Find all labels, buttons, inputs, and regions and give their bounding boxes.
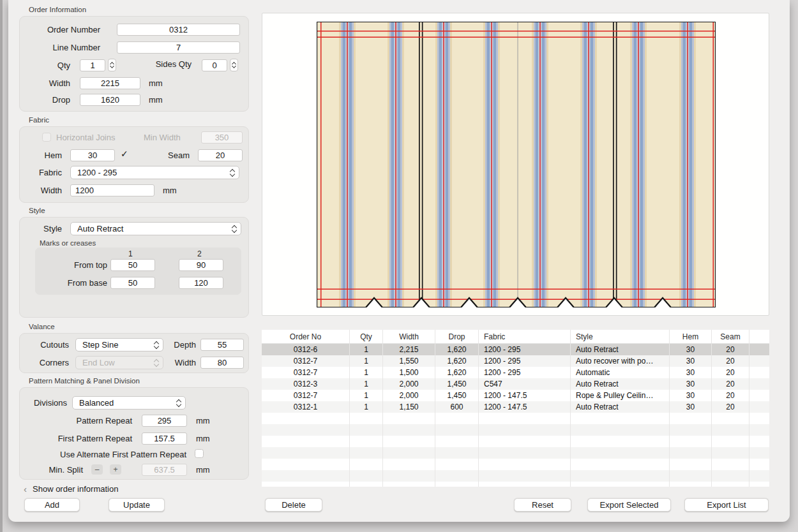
drop-label: Drop <box>26 94 70 106</box>
table-cell <box>383 482 435 487</box>
pattern-repeat-field[interactable]: 295 <box>142 415 187 427</box>
drop-field[interactable]: 1620 <box>80 94 140 106</box>
sides-qty-stepper[interactable] <box>230 59 238 71</box>
table-header-row: Order NoQtyWidthDropFabricStyleHemSeam <box>262 330 769 344</box>
table-cell <box>350 447 383 459</box>
table-cell <box>749 413 769 424</box>
style-select-value: Auto Retract <box>77 224 123 233</box>
sides-qty-label: Sides Qty <box>128 58 192 70</box>
first-pattern-repeat-field[interactable]: 157.5 <box>142 432 187 445</box>
table-row[interactable]: 0312-612,2151,6201200 - 295Auto Retract3… <box>262 344 769 355</box>
table-cell: 1,450 <box>435 390 479 401</box>
table-cell: 0312-1 <box>262 401 350 413</box>
table-cell <box>749 470 769 482</box>
qty-field[interactable]: 1 <box>80 59 105 71</box>
reset-button[interactable]: Reset <box>514 498 571 512</box>
divisions-select[interactable]: Balanced <box>72 396 186 410</box>
table-cell <box>749 482 769 487</box>
from-top-2-field[interactable]: 90 <box>179 259 223 271</box>
table-header-cell[interactable]: Order No <box>262 330 350 343</box>
table-row[interactable]: 0312-312,0001,450C547Auto Retract3020 <box>262 378 769 390</box>
table-cell: 1200 - 295 <box>479 355 571 367</box>
depth-field[interactable]: 55 <box>200 339 244 351</box>
table-cell: Auto Retract <box>571 344 670 355</box>
table-empty-row <box>262 482 769 487</box>
min-width-field[interactable]: 350 <box>201 131 243 144</box>
from-base-2-field[interactable]: 120 <box>179 277 223 289</box>
line-number-field[interactable]: 7 <box>117 41 240 54</box>
table-cell: C547 <box>479 378 571 390</box>
table-cell: 1 <box>350 344 383 355</box>
table-header-cell[interactable]: Qty <box>350 330 383 343</box>
table-header-cell[interactable]: Drop <box>435 330 479 343</box>
order-number-field[interactable]: 0312 <box>117 24 240 36</box>
delete-button[interactable]: Delete <box>265 498 322 512</box>
export-list-button[interactable]: Export List <box>684 498 769 512</box>
table-row[interactable]: 0312-111,1506001200 - 147.5Auto Retract3… <box>262 401 769 413</box>
table-cell <box>435 459 479 470</box>
corners-select[interactable]: End Low <box>75 356 163 369</box>
min-split-field[interactable]: 637.5 <box>142 464 187 476</box>
corners-select-value: End Low <box>82 358 115 367</box>
width-label: Width <box>26 77 70 89</box>
table-cell: 1,620 <box>435 367 479 378</box>
chevron-up-down-icon <box>230 170 234 176</box>
chevron-up-down-icon <box>177 400 181 406</box>
from-top-1-field[interactable]: 50 <box>110 259 155 271</box>
table-cell <box>350 459 383 470</box>
sides-qty-field[interactable]: 0 <box>202 59 227 71</box>
min-split-decrement-button[interactable]: – <box>91 464 103 475</box>
table-header-cell[interactable]: Seam <box>712 330 749 343</box>
table-header-cell[interactable] <box>749 330 769 343</box>
valance-width-field[interactable]: 80 <box>200 357 244 369</box>
table-cell: 1,500 <box>383 367 435 378</box>
table-cell: 0312-7 <box>262 367 350 378</box>
export-selected-button[interactable]: Export Selected <box>587 498 671 512</box>
table-row[interactable]: 0312-712,0001,4501200 - 147.5Rope & Pull… <box>262 390 769 401</box>
fabric-width-label: Width <box>26 184 62 196</box>
valance-width-label: Width <box>156 357 196 369</box>
table-cell <box>749 447 769 459</box>
table-header-cell[interactable]: Width <box>383 330 435 343</box>
table-cell <box>262 413 350 424</box>
section-label-fabric: Fabric <box>29 116 49 124</box>
table-cell: Rope & Pulley Ceilin… <box>571 390 670 401</box>
table-empty-row <box>262 459 769 470</box>
table-cell <box>670 413 712 424</box>
table-header-cell[interactable]: Hem <box>670 330 712 343</box>
add-button[interactable]: Add <box>24 498 80 512</box>
table-cell: 30 <box>670 378 712 390</box>
table-cell <box>435 424 479 436</box>
horizontal-joins-checkbox[interactable] <box>42 133 51 142</box>
pattern-repeat-unit: mm <box>196 415 210 427</box>
use-alternate-checkbox[interactable] <box>195 449 204 458</box>
min-split-increment-button[interactable]: + <box>110 464 121 475</box>
hem-field[interactable]: 30 <box>70 149 115 161</box>
table-cell: 1,620 <box>435 344 479 355</box>
table-cell <box>749 378 769 390</box>
first-pattern-repeat-label: First Pattern Repeat <box>38 432 132 445</box>
table-row[interactable]: 0312-711,5501,6201200 - 295Auto recover … <box>262 355 769 367</box>
table-header-cell[interactable]: Fabric <box>479 330 571 343</box>
style-select[interactable]: Auto Retract <box>70 222 241 235</box>
qty-stepper[interactable] <box>108 59 116 71</box>
table-cell: 1,450 <box>435 378 479 390</box>
update-button[interactable]: Update <box>109 498 165 512</box>
checkmark-icon[interactable]: ✓ <box>121 149 128 159</box>
width-unit: mm <box>149 77 163 89</box>
width-field[interactable]: 2215 <box>80 77 140 89</box>
table-header-cell[interactable]: Style <box>571 330 670 343</box>
show-order-information-toggle[interactable]: ‹ Show order information <box>24 484 118 494</box>
fabric-width-field[interactable]: 1200 <box>70 184 154 196</box>
from-base-1-field[interactable]: 50 <box>110 277 155 289</box>
cutouts-select[interactable]: Step Sine <box>75 338 163 351</box>
table-empty-row <box>262 424 769 436</box>
table-row[interactable]: 0312-711,5001,6201200 - 295Automatic3020 <box>262 367 769 378</box>
table-cell <box>383 436 435 447</box>
fabric-select[interactable]: 1200 - 295 <box>70 166 239 179</box>
order-lines-table: Order NoQtyWidthDropFabricStyleHemSeam 0… <box>262 330 769 487</box>
table-cell: 1 <box>350 378 383 390</box>
table-cell <box>712 459 749 470</box>
seam-field[interactable]: 20 <box>198 149 243 161</box>
divisions-select-value: Balanced <box>79 398 114 408</box>
